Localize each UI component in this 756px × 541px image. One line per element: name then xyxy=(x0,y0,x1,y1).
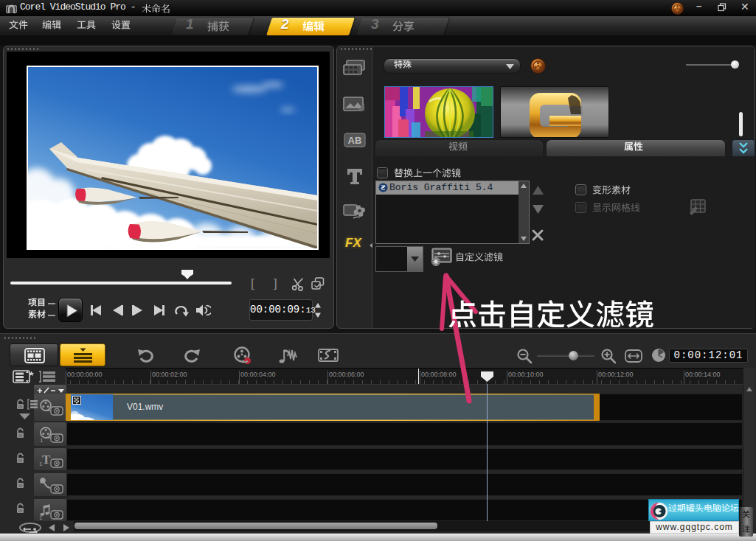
svg-text:1: 1 xyxy=(39,461,43,467)
svg-text:T: T xyxy=(42,453,51,467)
svg-text:1: 1 xyxy=(39,514,43,520)
svg-text:AB: AB xyxy=(348,135,362,146)
svg-text:1: 1 xyxy=(40,437,44,444)
